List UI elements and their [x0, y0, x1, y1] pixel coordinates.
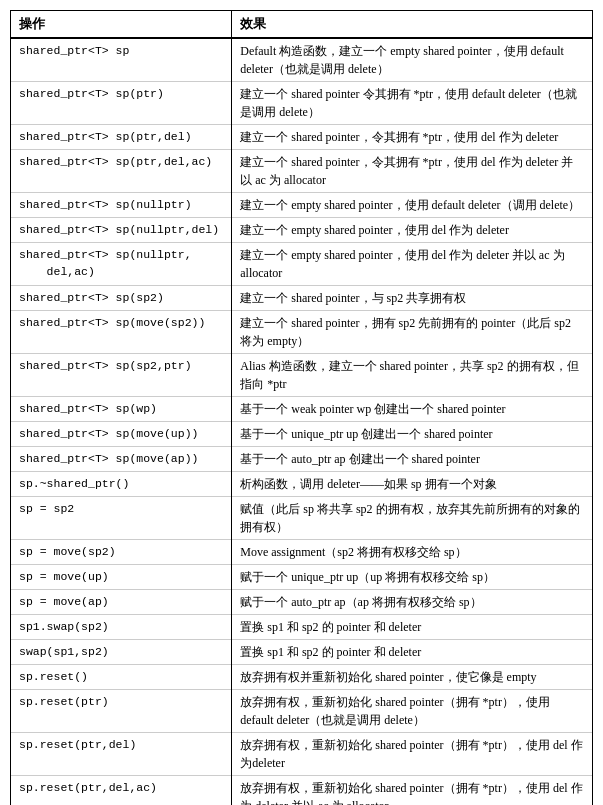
- table-row: shared_ptr<T> sp(ptr,del)建立一个 shared poi…: [11, 125, 592, 150]
- operation-cell: shared_ptr<T> sp: [11, 38, 232, 82]
- table-row: sp.reset(ptr)放弃拥有权，重新初始化 shared pointer（…: [11, 690, 592, 733]
- effect-cell: 建立一个 shared pointer，拥有 sp2 先前拥有的 pointer…: [232, 311, 592, 354]
- operation-cell: shared_ptr<T> sp(move(up)): [11, 422, 232, 447]
- table-row: sp.reset(ptr,del,ac)放弃拥有权，重新初始化 shared p…: [11, 776, 592, 806]
- effect-cell: 建立一个 shared pointer，令其拥有 *ptr，使用 del 作为 …: [232, 150, 592, 193]
- table-row: sp = move(up)赋于一个 unique_ptr up（up 将拥有权移…: [11, 565, 592, 590]
- table-row: sp1.swap(sp2)置换 sp1 和 sp2 的 pointer 和 de…: [11, 615, 592, 640]
- table-row: shared_ptr<T> sp(move(sp2))建立一个 shared p…: [11, 311, 592, 354]
- col-header-effect: 效果: [232, 11, 592, 38]
- effect-cell: 放弃拥有权，重新初始化 shared pointer（拥有 *ptr），使用 d…: [232, 733, 592, 776]
- table-row: shared_ptr<T> sp(move(up))基于一个 unique_pt…: [11, 422, 592, 447]
- operation-cell: shared_ptr<T> sp(sp2): [11, 286, 232, 311]
- operation-cell: shared_ptr<T> sp(nullptr, del,ac): [11, 243, 232, 286]
- operation-cell: shared_ptr<T> sp(move(sp2)): [11, 311, 232, 354]
- operation-cell: sp1.swap(sp2): [11, 615, 232, 640]
- effect-cell: 赋值（此后 sp 将共享 sp2 的拥有权，放弃其先前所拥有的对象的拥有权）: [232, 497, 592, 540]
- operation-cell: shared_ptr<T> sp(nullptr): [11, 193, 232, 218]
- operation-cell: sp.reset(ptr): [11, 690, 232, 733]
- table-row: shared_ptr<T> sp(nullptr, del,ac)建立一个 em…: [11, 243, 592, 286]
- operation-cell: swap(sp1,sp2): [11, 640, 232, 665]
- effect-cell: 置换 sp1 和 sp2 的 pointer 和 deleter: [232, 615, 592, 640]
- operation-cell: sp = move(up): [11, 565, 232, 590]
- operations-table: 操作 效果 shared_ptr<T> spDefault 构造函数，建立一个 …: [11, 11, 592, 805]
- effect-cell: 建立一个 shared pointer 令其拥有 *ptr，使用 default…: [232, 82, 592, 125]
- table-row: sp.~shared_ptr()析构函数，调用 deleter——如果 sp 拥…: [11, 472, 592, 497]
- operation-cell: shared_ptr<T> sp(nullptr,del): [11, 218, 232, 243]
- operation-cell: shared_ptr<T> sp(wp): [11, 397, 232, 422]
- table-row: sp = move(sp2)Move assignment（sp2 将拥有权移交…: [11, 540, 592, 565]
- effect-cell: 建立一个 shared pointer，与 sp2 共享拥有权: [232, 286, 592, 311]
- table-row: sp.reset()放弃拥有权并重新初始化 shared pointer，使它像…: [11, 665, 592, 690]
- table-row: sp = sp2赋值（此后 sp 将共享 sp2 的拥有权，放弃其先前所拥有的对…: [11, 497, 592, 540]
- operation-cell: sp.reset(ptr,del): [11, 733, 232, 776]
- effect-cell: 置换 sp1 和 sp2 的 pointer 和 deleter: [232, 640, 592, 665]
- effect-cell: 建立一个 empty shared pointer，使用 del 作为 dele…: [232, 243, 592, 286]
- effect-cell: 建立一个 empty shared pointer，使用 default del…: [232, 193, 592, 218]
- operation-cell: shared_ptr<T> sp(ptr,del): [11, 125, 232, 150]
- table-row: shared_ptr<T> sp(nullptr)建立一个 empty shar…: [11, 193, 592, 218]
- operation-cell: sp.~shared_ptr(): [11, 472, 232, 497]
- table-row: shared_ptr<T> sp(sp2,ptr)Alias 构造函数，建立一个…: [11, 354, 592, 397]
- effect-cell: Default 构造函数，建立一个 empty shared pointer，使…: [232, 38, 592, 82]
- effect-cell: Alias 构造函数，建立一个 shared pointer，共享 sp2 的拥…: [232, 354, 592, 397]
- table-row: shared_ptr<T> sp(nullptr,del)建立一个 empty …: [11, 218, 592, 243]
- operation-cell: shared_ptr<T> sp(ptr): [11, 82, 232, 125]
- effect-cell: 基于一个 weak pointer wp 创建出一个 shared pointe…: [232, 397, 592, 422]
- operation-cell: sp = move(sp2): [11, 540, 232, 565]
- operation-cell: sp.reset(ptr,del,ac): [11, 776, 232, 806]
- table-header-row: 操作 效果: [11, 11, 592, 38]
- effect-cell: 基于一个 auto_ptr ap 创建出一个 shared pointer: [232, 447, 592, 472]
- operation-cell: sp = sp2: [11, 497, 232, 540]
- effect-cell: 基于一个 unique_ptr up 创建出一个 shared pointer: [232, 422, 592, 447]
- effect-cell: 赋于一个 unique_ptr up（up 将拥有权移交给 sp）: [232, 565, 592, 590]
- table-row: swap(sp1,sp2)置换 sp1 和 sp2 的 pointer 和 de…: [11, 640, 592, 665]
- table-row: shared_ptr<T> sp(ptr)建立一个 shared pointer…: [11, 82, 592, 125]
- effect-cell: 放弃拥有权，重新初始化 shared pointer（拥有 *ptr），使用 d…: [232, 776, 592, 806]
- table-row: shared_ptr<T> sp(move(ap))基于一个 auto_ptr …: [11, 447, 592, 472]
- table-row: sp = move(ap)赋于一个 auto_ptr ap（ap 将拥有权移交给…: [11, 590, 592, 615]
- table-row: shared_ptr<T> sp(ptr,del,ac)建立一个 shared …: [11, 150, 592, 193]
- col-header-op: 操作: [11, 11, 232, 38]
- effect-cell: 赋于一个 auto_ptr ap（ap 将拥有权移交给 sp）: [232, 590, 592, 615]
- effect-cell: 放弃拥有权，重新初始化 shared pointer（拥有 *ptr），使用 d…: [232, 690, 592, 733]
- effect-cell: 析构函数，调用 deleter——如果 sp 拥有一个对象: [232, 472, 592, 497]
- effect-cell: Move assignment（sp2 将拥有权移交给 sp）: [232, 540, 592, 565]
- effect-cell: 建立一个 shared pointer，令其拥有 *ptr，使用 del 作为 …: [232, 125, 592, 150]
- operation-cell: shared_ptr<T> sp(move(ap)): [11, 447, 232, 472]
- main-table-container: 操作 效果 shared_ptr<T> spDefault 构造函数，建立一个 …: [10, 10, 593, 805]
- table-row: shared_ptr<T> spDefault 构造函数，建立一个 empty …: [11, 38, 592, 82]
- operation-cell: sp.reset(): [11, 665, 232, 690]
- table-row: sp.reset(ptr,del)放弃拥有权，重新初始化 shared poin…: [11, 733, 592, 776]
- operation-cell: sp = move(ap): [11, 590, 232, 615]
- effect-cell: 放弃拥有权并重新初始化 shared pointer，使它像是 empty: [232, 665, 592, 690]
- table-row: shared_ptr<T> sp(wp)基于一个 weak pointer wp…: [11, 397, 592, 422]
- operation-cell: shared_ptr<T> sp(sp2,ptr): [11, 354, 232, 397]
- operation-cell: shared_ptr<T> sp(ptr,del,ac): [11, 150, 232, 193]
- effect-cell: 建立一个 empty shared pointer，使用 del 作为 dele…: [232, 218, 592, 243]
- table-row: shared_ptr<T> sp(sp2)建立一个 shared pointer…: [11, 286, 592, 311]
